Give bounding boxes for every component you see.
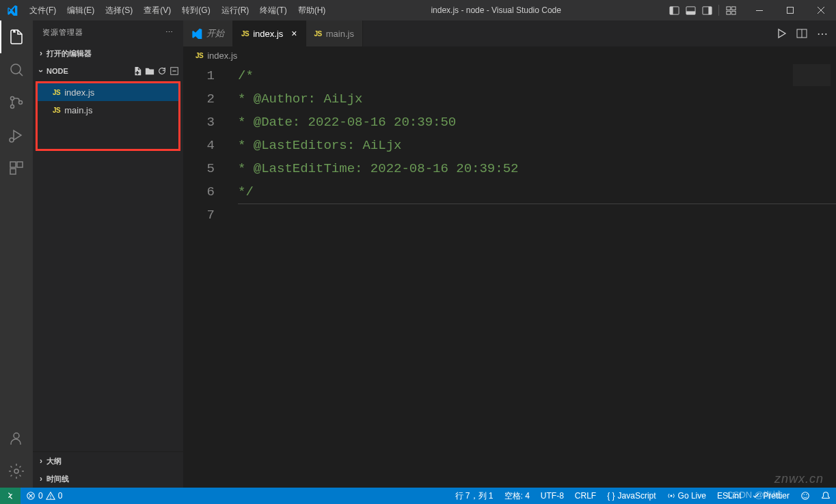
run-icon[interactable]	[776, 28, 787, 39]
maximize-button[interactable]	[774, 0, 805, 20]
tab-label: index.js	[253, 29, 283, 39]
debug-icon[interactable]	[0, 119, 33, 152]
split-editor-icon[interactable]	[796, 28, 807, 39]
error-count: 0	[38, 491, 43, 501]
problems-indicator[interactable]: 0 0	[21, 488, 68, 504]
menu-terminal[interactable]: 终端(T)	[254, 0, 292, 20]
settings-icon[interactable]	[0, 455, 33, 488]
folder-section[interactable]: › NODE	[33, 62, 183, 80]
open-editors-section[interactable]: › 打开的编辑器	[33, 44, 183, 62]
menu-run[interactable]: 运行(R)	[216, 0, 255, 20]
code-line: * @LastEditors: AiLjx	[238, 134, 836, 157]
tab-index-js[interactable]: JS index.js ×	[233, 20, 306, 46]
timeline-label: 时间线	[46, 474, 69, 484]
js-file-icon: JS	[314, 30, 322, 38]
js-file-icon: JS	[195, 52, 203, 59]
status-bar: 0 0 行 7，列 1 空格: 4 UTF-8 CRLF { }JavaScri…	[0, 488, 836, 504]
language-mode[interactable]: { }JavaScript	[602, 491, 661, 501]
feedback-icon[interactable]	[795, 491, 815, 501]
activity-bar	[0, 20, 33, 488]
menu-help[interactable]: 帮助(H)	[293, 0, 332, 20]
more-icon[interactable]: ⋯	[817, 27, 828, 40]
remote-indicator[interactable]	[0, 488, 21, 504]
extensions-icon[interactable]	[0, 152, 33, 184]
js-file-icon: JS	[53, 107, 60, 114]
window-controls	[744, 0, 836, 20]
svg-point-12	[11, 64, 21, 74]
file-item-index[interactable]: JS index.js	[38, 83, 178, 101]
svg-rect-9	[731, 11, 736, 14]
go-live[interactable]: Go Live	[662, 491, 712, 501]
svg-point-28	[670, 495, 672, 497]
outline-label: 大纲	[46, 456, 62, 466]
toggle-panel-right-icon[interactable]	[699, 3, 714, 18]
new-folder-icon[interactable]	[145, 66, 154, 76]
editor-code[interactable]: 1234567 /* * @Author: AiLjx * @Date: 202…	[183, 64, 836, 488]
collapse-icon[interactable]	[170, 66, 179, 76]
menu-edit[interactable]: 编辑(E)	[62, 0, 100, 20]
svg-point-29	[802, 492, 809, 500]
minimap[interactable]	[793, 64, 831, 86]
file-list: JS index.js JS main.js	[36, 81, 180, 151]
chevron-right-icon: ›	[36, 474, 46, 484]
cursor-position[interactable]: 行 7，列 1	[450, 490, 499, 502]
toggle-panel-left-icon[interactable]	[666, 3, 682, 18]
svg-rect-1	[669, 6, 673, 14]
sidebar-title: 资源管理器	[42, 27, 83, 38]
sidebar-header: 资源管理器 ⋯	[33, 20, 183, 44]
account-icon[interactable]	[0, 422, 33, 455]
svg-rect-11	[787, 8, 793, 14]
menu-bar: 文件(F) 编辑(E) 选择(S) 查看(V) 转到(G) 运行(R) 终端(T…	[24, 0, 331, 20]
search-icon[interactable]	[0, 53, 33, 86]
js-file-icon: JS	[53, 89, 60, 96]
encoding[interactable]: UTF-8	[535, 491, 569, 501]
tab-main-js[interactable]: JS main.js	[306, 20, 363, 46]
menu-file[interactable]: 文件(F)	[24, 0, 62, 20]
toggle-panel-bottom-icon[interactable]	[683, 3, 698, 18]
watermark-csdn: CSDN @海城	[727, 489, 781, 501]
file-name: index.js	[64, 87, 94, 98]
eol[interactable]: CRLF	[569, 491, 602, 501]
breadcrumb[interactable]: JS index.js	[183, 46, 836, 64]
js-file-icon: JS	[241, 30, 249, 38]
line-numbers: 1234567	[183, 64, 231, 488]
chevron-down-icon: ›	[36, 66, 46, 76]
tab-welcome[interactable]: 开始	[183, 20, 233, 46]
svg-point-13	[11, 97, 14, 100]
svg-point-30	[804, 494, 805, 495]
title-bar: 文件(F) 编辑(E) 选择(S) 查看(V) 转到(G) 运行(R) 终端(T…	[0, 0, 836, 20]
code-line: * @Date: 2022-08-16 20:39:50	[238, 111, 836, 134]
tab-label: main.js	[326, 29, 354, 39]
minimize-button[interactable]	[744, 0, 774, 20]
divider	[718, 5, 719, 16]
indentation[interactable]: 空格: 4	[499, 490, 535, 502]
vscode-icon	[191, 28, 202, 39]
tab-actions: ⋯	[768, 20, 836, 46]
svg-point-14	[11, 105, 14, 109]
file-item-main[interactable]: JS main.js	[38, 101, 178, 119]
folder-actions	[133, 66, 179, 76]
sidebar-more-icon[interactable]: ⋯	[165, 28, 174, 37]
menu-view[interactable]: 查看(V)	[138, 0, 176, 20]
svg-point-16	[10, 138, 14, 142]
menu-go[interactable]: 转到(G)	[176, 0, 215, 20]
close-button[interactable]	[805, 0, 836, 20]
code-line: */	[238, 180, 836, 204]
vscode-logo-icon	[0, 5, 24, 16]
code-line: /*	[238, 64, 836, 87]
broadcast-icon	[667, 492, 675, 500]
source-control-icon[interactable]	[0, 86, 33, 119]
close-icon[interactable]: ×	[291, 28, 297, 39]
timeline-section[interactable]: › 时间线	[33, 470, 183, 488]
notifications-icon[interactable]	[815, 491, 836, 501]
refresh-icon[interactable]	[157, 66, 167, 76]
outline-section[interactable]: › 大纲	[33, 452, 183, 470]
menu-selection[interactable]: 选择(S)	[100, 0, 138, 20]
explorer-icon[interactable]	[0, 20, 33, 53]
svg-rect-19	[10, 169, 16, 174]
customize-layout-icon[interactable]	[723, 3, 738, 18]
svg-rect-7	[731, 6, 736, 10]
new-file-icon[interactable]	[133, 66, 142, 76]
svg-rect-10	[756, 10, 763, 11]
chevron-right-icon: ›	[36, 456, 46, 466]
